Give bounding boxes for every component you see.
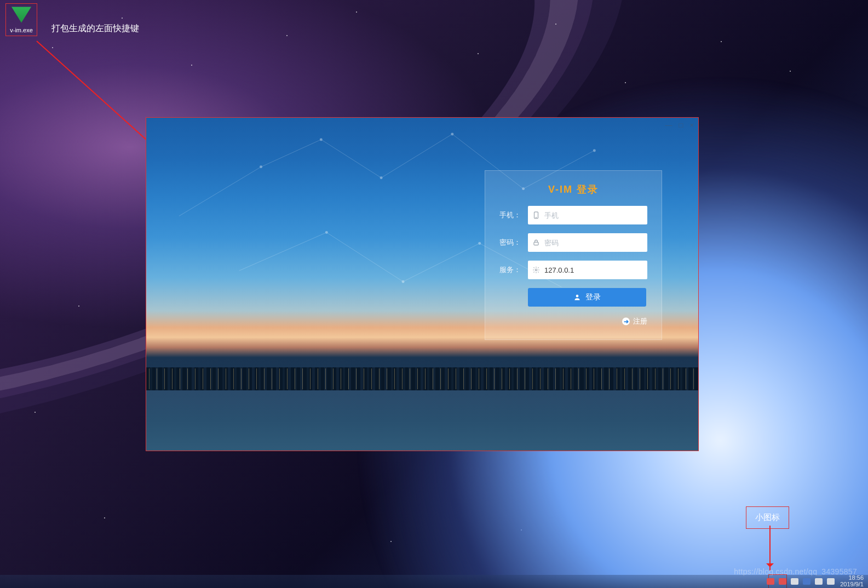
svg-point-13 bbox=[451, 132, 453, 135]
svg-line-8 bbox=[403, 244, 480, 282]
phone-label: 手机： bbox=[499, 210, 528, 220]
svg-line-6 bbox=[239, 233, 327, 271]
clock-date: 2019/9/1 bbox=[840, 581, 864, 588]
desktop-shortcut[interactable]: v-im.exe bbox=[5, 3, 37, 36]
user-icon bbox=[573, 293, 581, 301]
phone-input[interactable] bbox=[544, 206, 647, 224]
login-title: V-IM 登录 bbox=[499, 183, 647, 196]
svg-point-10 bbox=[260, 165, 262, 168]
window-minimize[interactable]: — bbox=[665, 121, 672, 129]
register-label: 注册 bbox=[633, 316, 647, 326]
svg-point-11 bbox=[320, 138, 323, 141]
system-tray[interactable] bbox=[767, 578, 835, 585]
app-window: — □ × V-IM 登录 手机： 密码： 服务： bbox=[146, 117, 699, 451]
tray-icon[interactable] bbox=[779, 578, 786, 585]
plus-icon: ➜ bbox=[622, 318, 630, 325]
annotation-shortcut: 打包生成的左面快捷键 bbox=[51, 23, 139, 34]
tray-icon[interactable] bbox=[815, 578, 823, 585]
shortcut-label: v-im.exe bbox=[6, 27, 37, 33]
app-icon bbox=[10, 5, 32, 25]
register-link[interactable]: ➜ 注册 bbox=[499, 316, 647, 326]
login-button[interactable]: 登录 bbox=[528, 288, 646, 307]
window-controls: — □ × bbox=[665, 121, 694, 129]
svg-point-18 bbox=[478, 242, 481, 245]
annotation-arrow-tray bbox=[769, 526, 771, 570]
skyline-graphic bbox=[146, 347, 698, 451]
tray-icon[interactable] bbox=[767, 578, 774, 585]
server-label: 服务： bbox=[499, 265, 528, 275]
svg-point-22 bbox=[535, 269, 537, 271]
phone-icon bbox=[528, 211, 544, 219]
taskbar-clock[interactable]: 18:56 2019/9/1 bbox=[840, 575, 864, 587]
tray-icon[interactable] bbox=[827, 578, 835, 585]
window-maximize[interactable]: □ bbox=[679, 121, 683, 129]
svg-line-7 bbox=[326, 233, 403, 282]
svg-point-23 bbox=[576, 295, 579, 297]
svg-line-0 bbox=[179, 167, 261, 216]
password-input[interactable] bbox=[544, 233, 647, 252]
login-panel: V-IM 登录 手机： 密码： 服务： bbox=[485, 170, 662, 340]
login-button-label: 登录 bbox=[585, 292, 601, 302]
tray-icon[interactable] bbox=[803, 578, 810, 585]
svg-line-1 bbox=[261, 140, 321, 167]
server-row: 服务： bbox=[499, 261, 647, 279]
gear-icon bbox=[528, 266, 544, 274]
server-input[interactable] bbox=[544, 261, 647, 279]
password-label: 密码： bbox=[499, 238, 528, 247]
svg-point-16 bbox=[325, 231, 328, 234]
lock-icon bbox=[528, 239, 544, 246]
svg-line-3 bbox=[381, 134, 452, 178]
taskbar: 18:56 2019/9/1 bbox=[0, 575, 868, 588]
svg-line-2 bbox=[321, 140, 381, 178]
svg-rect-21 bbox=[534, 242, 538, 245]
svg-point-15 bbox=[593, 149, 596, 152]
window-close[interactable]: × bbox=[689, 121, 694, 129]
annotation-small-icon: 小图标 bbox=[746, 506, 789, 529]
svg-point-17 bbox=[402, 280, 405, 283]
svg-point-12 bbox=[380, 176, 383, 179]
tray-icon[interactable] bbox=[791, 578, 798, 585]
phone-row: 手机： bbox=[499, 206, 647, 224]
password-row: 密码： bbox=[499, 233, 647, 252]
